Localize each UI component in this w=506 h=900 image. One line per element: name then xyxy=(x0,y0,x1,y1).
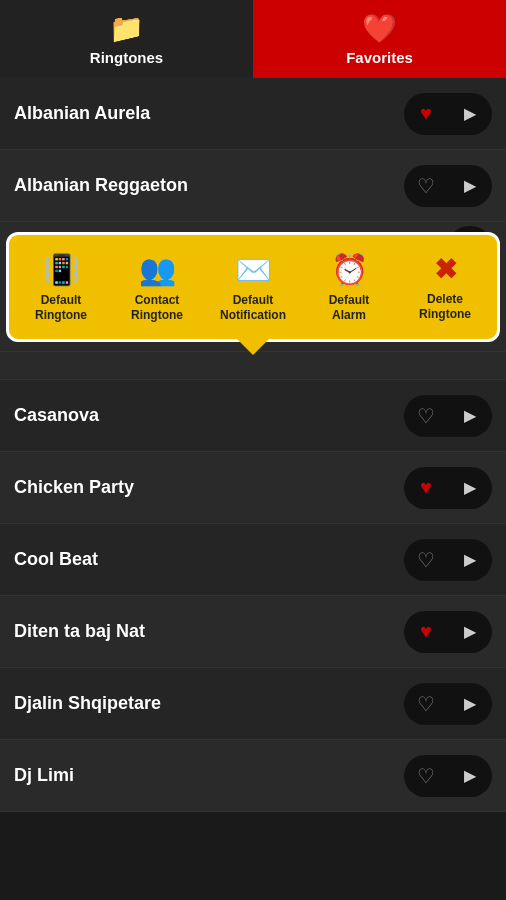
action-pill: ♥ ▶ xyxy=(404,611,492,653)
list-item: Albanian Aurela ♥ ▶ xyxy=(0,78,506,150)
action-pill: ♡ ▶ xyxy=(404,683,492,725)
action-pill: ♥ ▶ xyxy=(404,93,492,135)
song-actions: ♥ ▶ xyxy=(404,93,492,135)
context-menu: 📳 DefaultRingtone 👥 ContactRingtone ✉️ D… xyxy=(6,232,500,342)
default-alarm-icon: ⏰ xyxy=(331,252,368,287)
action-pill: ♡ ▶ xyxy=(404,395,492,437)
tab-ringtones[interactable]: 📁 Ringtones xyxy=(0,0,253,78)
play-button[interactable]: ▶ xyxy=(448,395,492,437)
song-title: Dj Limi xyxy=(14,765,404,786)
song-title: Cool Beat xyxy=(14,549,404,570)
play-button[interactable]: ▶ xyxy=(448,539,492,581)
play-button[interactable]: ▶ xyxy=(448,467,492,509)
favorite-button[interactable]: ♥ xyxy=(404,93,448,135)
context-item-label: ContactRingtone xyxy=(131,293,183,322)
favorite-button[interactable]: ♡ xyxy=(404,395,448,437)
song-actions: ♥ ▶ xyxy=(404,611,492,653)
favorites-icon: ❤️ xyxy=(362,12,397,45)
favorite-button[interactable]: ♥ xyxy=(404,611,448,653)
list-item: Dj Limi ♡ ▶ xyxy=(0,740,506,812)
song-actions: ♡ ▶ xyxy=(404,395,492,437)
favorite-button[interactable]: ♡ xyxy=(404,755,448,797)
song-title: Albanian Reggaeton xyxy=(14,175,404,196)
tab-ringtones-label: Ringtones xyxy=(90,49,163,66)
arrow-spacer xyxy=(0,352,506,380)
song-actions: ♥ ▶ xyxy=(404,467,492,509)
favorite-button[interactable]: ♡ xyxy=(404,539,448,581)
default-notification-icon: ✉️ xyxy=(235,252,272,287)
song-actions: ♡ ▶ xyxy=(404,683,492,725)
context-item-label: DefaultAlarm xyxy=(329,293,370,322)
song-title: Diten ta baj Nat xyxy=(14,621,404,642)
list-item: Diten ta baj Nat ♥ ▶ xyxy=(0,596,506,668)
action-pill: ♡ ▶ xyxy=(404,165,492,207)
tab-favorites-label: Favorites xyxy=(346,49,413,66)
ringtones-icon: 📁 xyxy=(109,12,144,45)
favorite-button[interactable]: ♡ xyxy=(404,683,448,725)
list-item: Casanova ♡ ▶ xyxy=(0,380,506,452)
song-title: Djalin Shqipetare xyxy=(14,693,404,714)
action-pill: ♥ ▶ xyxy=(404,467,492,509)
delete-ringtone-icon: ✖ xyxy=(434,253,457,286)
list-item: Djalin Shqipetare ♡ ▶ xyxy=(0,668,506,740)
context-item-label: DeleteRingtone xyxy=(419,292,471,321)
favorite-button[interactable]: ♡ xyxy=(404,165,448,207)
song-title: Chicken Party xyxy=(14,477,404,498)
play-button[interactable]: ▶ xyxy=(448,683,492,725)
list-item: Cool Beat ♡ ▶ xyxy=(0,524,506,596)
song-actions: ♡ ▶ xyxy=(404,165,492,207)
context-item-default-ringtone[interactable]: 📳 DefaultRingtone xyxy=(21,252,101,322)
context-arrow xyxy=(237,339,269,355)
context-item-default-alarm[interactable]: ⏰ DefaultAlarm xyxy=(309,252,389,322)
song-actions: ♡ ▶ xyxy=(404,755,492,797)
context-item-label: DefaultRingtone xyxy=(35,293,87,322)
play-button[interactable]: ▶ xyxy=(448,755,492,797)
favorite-button[interactable]: ♥ xyxy=(404,467,448,509)
context-item-label: DefaultNotification xyxy=(220,293,286,322)
list-item: Albanian Reggaeton ♡ ▶ xyxy=(0,150,506,222)
header-tabs: 📁 Ringtones ❤️ Favorites xyxy=(0,0,506,78)
song-title: Casanova xyxy=(14,405,404,426)
song-actions: ♡ ▶ xyxy=(404,539,492,581)
list-item: Chicken Party ♥ ▶ xyxy=(0,452,506,524)
play-button[interactable]: ▶ xyxy=(448,165,492,207)
song-list: Albanian Aurela ♥ ▶ Albanian Reggaeton ♡… xyxy=(0,78,506,812)
tab-favorites[interactable]: ❤️ Favorites xyxy=(253,0,506,78)
context-item-delete-ringtone[interactable]: ✖ DeleteRingtone xyxy=(405,253,485,321)
context-item-contact-ringtone[interactable]: 👥 ContactRingtone xyxy=(117,252,197,322)
context-menu-row: ▶ 📳 DefaultRingtone 👥 ContactRingtone ✉️… xyxy=(0,222,506,352)
default-ringtone-icon: 📳 xyxy=(43,252,80,287)
action-pill: ♡ ▶ xyxy=(404,539,492,581)
action-pill: ♡ ▶ xyxy=(404,755,492,797)
play-button[interactable]: ▶ xyxy=(448,93,492,135)
play-button[interactable]: ▶ xyxy=(448,611,492,653)
context-item-default-notification[interactable]: ✉️ DefaultNotification xyxy=(213,252,293,322)
song-title: Albanian Aurela xyxy=(14,103,404,124)
contact-ringtone-icon: 👥 xyxy=(139,252,176,287)
